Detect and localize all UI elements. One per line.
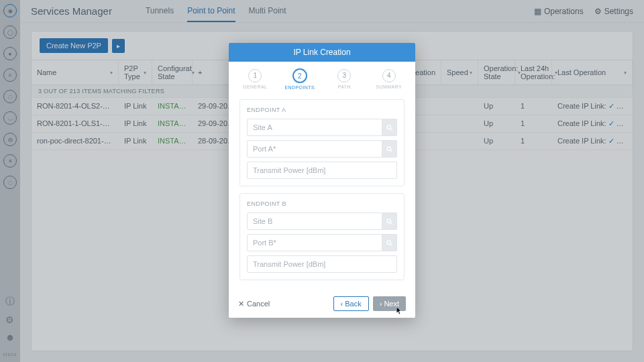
modal-overlay: IP Link Creation 1 GENERAL 2 ENDPOINTS 3… <box>0 0 644 362</box>
port-b-input[interactable] <box>247 234 382 251</box>
endpoint-a-title: ENDPOINT A <box>247 107 397 113</box>
site-a-input[interactable] <box>247 119 382 136</box>
svg-line-5 <box>390 222 392 224</box>
svg-point-4 <box>387 219 391 223</box>
back-button[interactable]: ‹ Back <box>333 296 369 311</box>
step-endpoints[interactable]: 2 ENDPOINTS <box>278 68 323 90</box>
close-icon: ✕ <box>238 300 244 308</box>
cancel-button[interactable]: ✕ Cancel <box>238 300 270 308</box>
svg-line-3 <box>390 149 392 152</box>
step-general[interactable]: 1 GENERAL <box>233 68 278 90</box>
svg-point-6 <box>387 241 391 245</box>
port-b-search-icon[interactable] <box>382 234 397 251</box>
endpoint-b-box: ENDPOINT B <box>239 193 405 280</box>
port-a-search-icon[interactable] <box>382 140 397 158</box>
dialog-title: IP Link Creation <box>229 43 415 62</box>
next-button[interactable]: › Next <box>373 296 406 311</box>
endpoint-a-box: ENDPOINT A <box>239 99 405 186</box>
chevron-left-icon: ‹ <box>341 300 343 308</box>
svg-line-1 <box>390 128 392 130</box>
chevron-right-icon: › <box>380 300 382 308</box>
port-a-input[interactable] <box>247 140 382 158</box>
dialog-body: ENDPOINT A ENDPOINT B <box>229 94 415 290</box>
tx-power-b-input[interactable] <box>247 255 397 273</box>
step-path[interactable]: 3 PATH <box>322 68 367 90</box>
site-a-search-icon[interactable] <box>382 119 397 136</box>
site-b-search-icon[interactable] <box>382 213 397 230</box>
ip-link-dialog: IP Link Creation 1 GENERAL 2 ENDPOINTS 3… <box>229 43 415 318</box>
svg-line-7 <box>390 243 392 245</box>
site-b-input[interactable] <box>247 213 382 230</box>
dialog-footer: ✕ Cancel ‹ Back › Next <box>229 290 415 318</box>
step-summary[interactable]: 4 SUMMARY <box>367 68 412 90</box>
stepper: 1 GENERAL 2 ENDPOINTS 3 PATH 4 SUMMARY <box>229 62 415 94</box>
endpoint-b-title: ENDPOINT B <box>247 200 397 207</box>
tx-power-a-input[interactable] <box>247 162 397 179</box>
svg-point-2 <box>387 147 391 151</box>
svg-point-0 <box>387 125 391 129</box>
